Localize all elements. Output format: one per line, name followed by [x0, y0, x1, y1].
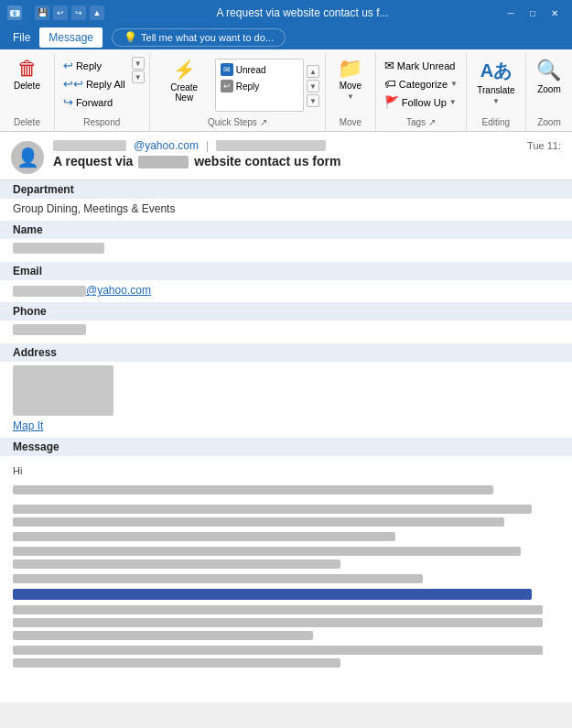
- editing-group-content: Aあ Translate ▼: [471, 55, 520, 115]
- app-icon: 📧: [7, 5, 22, 20]
- ribbon-group-quick-steps: ⚡ Create New ✉ Unread ↩ Reply ▲ ▼ ▼ Quic…: [150, 53, 326, 131]
- msg-para-2: [13, 505, 559, 527]
- from-line: @yahoo.com | Tue 11:: [53, 139, 561, 152]
- move-icon: 📁: [338, 59, 362, 79]
- zoom-button[interactable]: 🔍 Zoom: [531, 55, 567, 115]
- department-value: Group Dining, Meetings & Events: [0, 199, 572, 221]
- msg-para-1: [13, 484, 559, 500]
- respond-split-col: ▼ ▼: [131, 55, 145, 83]
- email-body-scroll[interactable]: Department Group Dining, Meetings & Even…: [0, 180, 572, 702]
- zoom-group-label: Zoom: [537, 115, 561, 129]
- respond-col: ↩ Reply ↩↩ Reply All ↪ Forward: [59, 55, 129, 111]
- msg-link[interactable]: [13, 589, 532, 600]
- window-controls: ─ □ ✕: [501, 3, 565, 23]
- undo-quick-btn[interactable]: ↩: [53, 5, 68, 20]
- zoom-label: Zoom: [537, 84, 561, 94]
- para7-line1: [13, 646, 543, 655]
- para6-line2: [13, 618, 543, 627]
- categorize-label: Categorize: [399, 79, 448, 90]
- ribbon: 🗑 Delete Delete ↩ Reply ↩↩ Reply All ↪ F…: [0, 49, 572, 132]
- reply-icon: ↩: [63, 59, 73, 72]
- quick-steps-content: ⚡ Create New ✉ Unread ↩ Reply ▲ ▼ ▼: [156, 55, 319, 115]
- respond-group-content: ↩ Reply ↩↩ Reply All ↪ Forward ▼ ▼: [59, 55, 145, 115]
- categorize-button[interactable]: 🏷 Categorize ▼: [381, 75, 461, 92]
- reply-split-btn[interactable]: ▼: [132, 57, 145, 70]
- menu-message[interactable]: Message: [39, 27, 103, 48]
- delete-button[interactable]: 🗑 Delete: [8, 55, 46, 115]
- follow-up-button[interactable]: 🚩 Follow Up ▼: [381, 93, 461, 111]
- qs-up-btn[interactable]: ▲: [307, 65, 319, 78]
- translate-arrow: ▼: [492, 97, 500, 105]
- quick-steps-box[interactable]: ✉ Unread ↩ Reply: [215, 59, 304, 112]
- reply-label: Reply: [76, 60, 102, 71]
- phone-blurred: [13, 324, 86, 335]
- map-it-link[interactable]: Map It: [13, 419, 43, 432]
- qs-down-btn[interactable]: ▼: [307, 80, 319, 92]
- create-new-icon: ⚡: [173, 59, 196, 81]
- message-content: Hi: [0, 456, 572, 680]
- forward-button[interactable]: ↪ Forward: [59, 93, 129, 111]
- mark-unread-button[interactable]: ✉ Mark Unread: [381, 57, 461, 74]
- tags-expand[interactable]: ↗: [428, 117, 436, 127]
- save-quick-btn[interactable]: 💾: [35, 5, 49, 20]
- tell-me-text: Tell me what you want to do...: [141, 32, 274, 43]
- department-label: Department: [0, 180, 572, 199]
- address-box: [13, 365, 113, 416]
- move-group-label: Move: [340, 115, 362, 129]
- ribbon-group-move: 📁 Move ▼ Move: [326, 53, 376, 131]
- forward-label: Forward: [76, 97, 113, 108]
- email-date: Tue 11:: [527, 140, 561, 151]
- delete-group-label: Delete: [14, 115, 40, 129]
- menu-file[interactable]: File: [4, 27, 39, 48]
- para2-line1: [13, 505, 532, 514]
- reply-button[interactable]: ↩ Reply: [59, 57, 129, 74]
- mark-unread-icon: ✉: [384, 59, 394, 72]
- recipient-blurred: [216, 140, 326, 151]
- name-value: [0, 239, 572, 262]
- para1-blurred: [13, 485, 493, 494]
- maximize-btn[interactable]: □: [523, 3, 543, 23]
- close-btn[interactable]: ✕: [545, 3, 565, 23]
- msg-para-6: [13, 605, 559, 640]
- menu-bar: File Message 💡 Tell me what you want to …: [0, 26, 572, 49]
- para6-line1: [13, 605, 543, 614]
- qs-expand-btn[interactable]: ▼: [307, 94, 319, 107]
- translate-button[interactable]: Aあ Translate ▼: [471, 55, 520, 115]
- email-link[interactable]: @yahoo.com: [13, 284, 151, 297]
- para2-line2: [13, 517, 504, 527]
- email-subject: A request via website contact us form: [53, 154, 561, 168]
- create-new-button[interactable]: ⚡ Create New: [156, 55, 213, 115]
- cat-arrow: ▼: [450, 80, 458, 88]
- para6-line3: [13, 631, 313, 640]
- sender-name-blurred: [53, 140, 126, 151]
- mark-unread-label: Mark Unread: [397, 60, 456, 71]
- email-header: 👤 @yahoo.com | Tue 11: A request via web…: [0, 132, 572, 180]
- fu-arrow: ▼: [449, 98, 457, 106]
- translate-icon: Aあ: [480, 59, 512, 83]
- reply-all-split-btn[interactable]: ▼: [132, 71, 145, 83]
- quick-steps-expand[interactable]: ↗: [260, 117, 267, 127]
- msg-link-bar: [13, 589, 559, 600]
- qs-unread[interactable]: ✉ Unread: [218, 61, 301, 78]
- delete-label: Delete: [14, 81, 40, 91]
- redo-quick-btn[interactable]: ↪: [71, 5, 86, 20]
- reply-all-button[interactable]: ↩↩ Reply All: [59, 75, 129, 92]
- title-bar-left: 📧 💾 ↩ ↪ ▲: [7, 5, 104, 20]
- reply-all-label: Reply All: [86, 79, 125, 90]
- phone-label: Phone: [0, 302, 572, 321]
- tell-me-input[interactable]: 💡 Tell me what you want to do...: [112, 28, 286, 47]
- follow-up-icon: 🚩: [384, 95, 399, 109]
- move-button[interactable]: 📁 Move ▼: [332, 55, 368, 115]
- msg-para-5: [13, 574, 559, 583]
- message-label: Message: [0, 438, 572, 456]
- delete-icon: 🗑: [17, 59, 38, 79]
- ribbon-group-tags: ✉ Mark Unread 🏷 Categorize ▼ 🚩 Follow Up…: [376, 53, 467, 131]
- quick-steps-arrows: ▲ ▼ ▼: [306, 63, 319, 107]
- tags-group-content: ✉ Mark Unread 🏷 Categorize ▼ 🚩 Follow Up…: [381, 55, 461, 115]
- lightbulb-icon: 💡: [124, 31, 137, 44]
- para7-line2: [13, 658, 340, 668]
- minimize-btn[interactable]: ─: [501, 3, 521, 23]
- up-quick-btn[interactable]: ▲: [90, 5, 104, 20]
- para4-line1: [13, 547, 521, 556]
- qs-reply[interactable]: ↩ Reply: [218, 78, 301, 94]
